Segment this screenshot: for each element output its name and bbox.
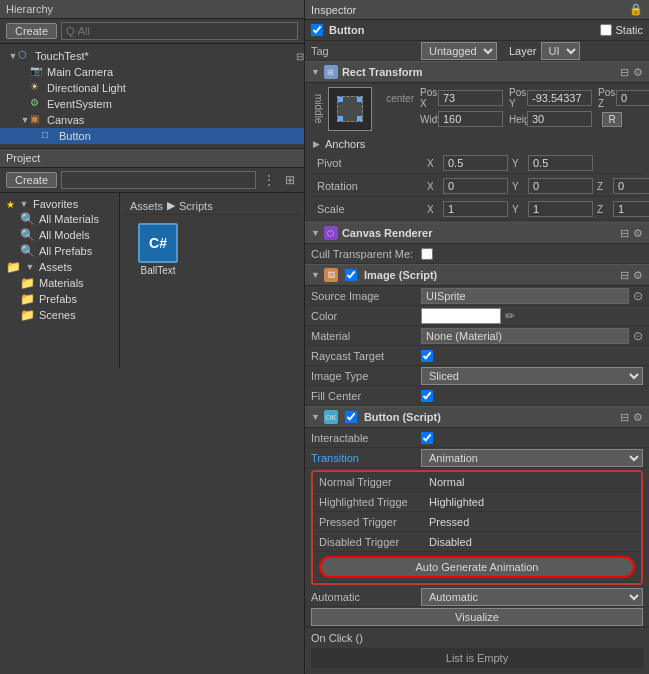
tree-item-directionallight[interactable]: ☀ Directional Light [0,80,304,96]
material-label: Material [311,330,421,342]
image-options-icon[interactable]: ⊟ [620,269,629,282]
tag-label: Tag [311,45,421,57]
rect-menu-icon[interactable]: ⚙ [633,66,643,79]
scale-x-input[interactable] [443,201,508,217]
cull-transparent-row: Cull Transparent Me: [305,244,649,264]
fill-center-checkbox[interactable] [421,390,433,402]
raycast-target-checkbox[interactable] [421,350,433,362]
material-edit-icon[interactable]: ⊙ [633,329,643,343]
button-section-icons: ⊟ ⚙ [620,411,643,424]
rot-z-input[interactable] [613,178,649,194]
image-active-checkbox[interactable] [345,269,357,281]
source-image-label: Source Image [311,290,421,302]
scale-label: Scale [317,203,427,215]
source-image-row: Source Image ⊙ [305,286,649,306]
pivot-y-input[interactable] [528,155,593,171]
hierarchy-tree: ▼ ⬡ TouchTest* ⊟ 📷 Main Camera ☀ Directi… [0,44,304,148]
project-folder-scenes[interactable]: 📁 Scenes [0,307,119,323]
project-create-button[interactable]: Create [6,172,57,188]
button-menu-icon[interactable]: ⚙ [633,411,643,424]
rect-options-icon[interactable]: ⊟ [620,66,629,79]
button-options-icon[interactable]: ⊟ [620,411,629,424]
scale-y-label: Y [512,204,524,215]
tree-item-button[interactable]: □ Button [0,128,304,144]
hierarchy-create-button[interactable]: Create [6,23,57,39]
layer-select[interactable]: UI [541,42,580,60]
breadcrumb-scripts[interactable]: Scripts [179,200,213,212]
material-input[interactable] [421,328,629,344]
rotation-label: Rotation [317,180,427,192]
scale-z-label: Z [597,204,609,215]
posx-input[interactable] [438,90,503,106]
image-script-header[interactable]: ▼ 🖼 Image (Script) ⊟ ⚙ [305,264,649,286]
inspector-object-row: Button Static [305,20,649,41]
cull-transparent-checkbox[interactable] [421,248,433,260]
rect-reset-button[interactable]: R [602,112,622,127]
tree-item-canvas[interactable]: ▼ ▣ Canvas [0,112,304,128]
rect-transform-header[interactable]: ▼ ⊞ Rect Transform ⊟ ⚙ [305,61,649,83]
navigation-select[interactable]: Automatic [421,588,643,606]
anchors-header[interactable]: ▶ Anchors [311,137,643,151]
project-folder-all-models[interactable]: 🔍 All Models [0,227,119,243]
scale-y-input[interactable] [528,201,593,217]
tree-item-eventsystem[interactable]: ⚙ EventSystem [0,96,304,112]
project-folder-favorites[interactable]: ★ ▼ Favorites [0,197,119,211]
scale-z-input[interactable] [613,201,649,217]
project-options-icon[interactable]: ⋮ [260,172,278,188]
folder-label: Assets [39,261,72,273]
folder-icon: 🔍 [20,212,35,226]
height-input[interactable] [527,111,592,127]
color-row: Color ✏ [305,306,649,326]
width-input[interactable] [438,111,503,127]
pivot-row: Pivot X Y [311,153,643,174]
folder-icon: 📁 [20,292,35,306]
breadcrumb-assets[interactable]: Assets [130,200,163,212]
canvas-menu-icon[interactable]: ⚙ [633,227,643,240]
button-active-checkbox[interactable] [345,411,357,423]
transition-select[interactable]: Animation [421,449,643,467]
image-type-select[interactable]: Sliced [421,367,643,385]
project-folder-prefabs[interactable]: 📁 Prefabs [0,291,119,307]
anchors-label: Anchors [325,138,365,150]
project-folder-all-prefabs[interactable]: 🔍 All Prefabs [0,243,119,259]
anchors-section: ▶ Anchors Pivot X Y Rotation X Y Z [305,135,649,222]
source-image-input[interactable] [421,288,629,304]
visualize-button[interactable]: Visualize [311,608,643,626]
project-folder-all-materials[interactable]: 🔍 All Materials [0,211,119,227]
static-checkbox[interactable] [600,24,612,36]
project-search-input[interactable] [61,171,256,189]
file-item-balltext[interactable]: C# BallText [128,219,188,280]
canvas-options-icon[interactable]: ⊟ [620,227,629,240]
fill-center-label: Fill Center [311,390,421,402]
object-active-checkbox[interactable] [311,24,323,36]
color-edit-icon[interactable]: ✏ [505,309,515,323]
tree-item-maincamera[interactable]: 📷 Main Camera [0,64,304,80]
inspector-lock-icon[interactable]: 🔒 [629,3,643,16]
project-folder-assets[interactable]: 📁 ▼ Assets [0,259,119,275]
interactable-checkbox[interactable] [421,432,433,444]
transition-label: Transition [311,452,421,464]
project-layout-icon[interactable]: ⊞ [282,172,298,188]
auto-generate-animation-button[interactable]: Auto Generate Animation [319,556,635,578]
source-image-edit-icon[interactable]: ⊙ [633,289,643,303]
project-folder-materials[interactable]: 📁 Materials [0,275,119,291]
hierarchy-search-input[interactable] [61,22,298,40]
scale-row: Scale X Y Z [311,199,643,220]
posy-input[interactable] [527,90,592,106]
posz-input[interactable] [616,90,649,106]
tag-select[interactable]: Untagged [421,42,497,60]
tree-item-touchtest[interactable]: ▼ ⬡ TouchTest* ⊟ [0,48,304,64]
rect-preview[interactable] [328,87,372,131]
rot-x-label: X [427,181,439,192]
canvas-renderer-header[interactable]: ▼ ⬡ Canvas Renderer ⊟ ⚙ [305,222,649,244]
rot-x-input[interactable] [443,178,508,194]
rect-props: center Pos X Pos Y Pos Z Width Height R [378,87,649,127]
button-script-header[interactable]: ▼ OK Button (Script) ⊟ ⚙ [305,406,649,428]
fill-center-row: Fill Center [305,386,649,406]
normal-trigger-value: Normal [429,476,464,488]
pivot-x-input[interactable] [443,155,508,171]
color-picker[interactable] [421,308,501,324]
image-menu-icon[interactable]: ⚙ [633,269,643,282]
rot-y-input[interactable] [528,178,593,194]
arrow-icon: ▼ [8,51,18,61]
